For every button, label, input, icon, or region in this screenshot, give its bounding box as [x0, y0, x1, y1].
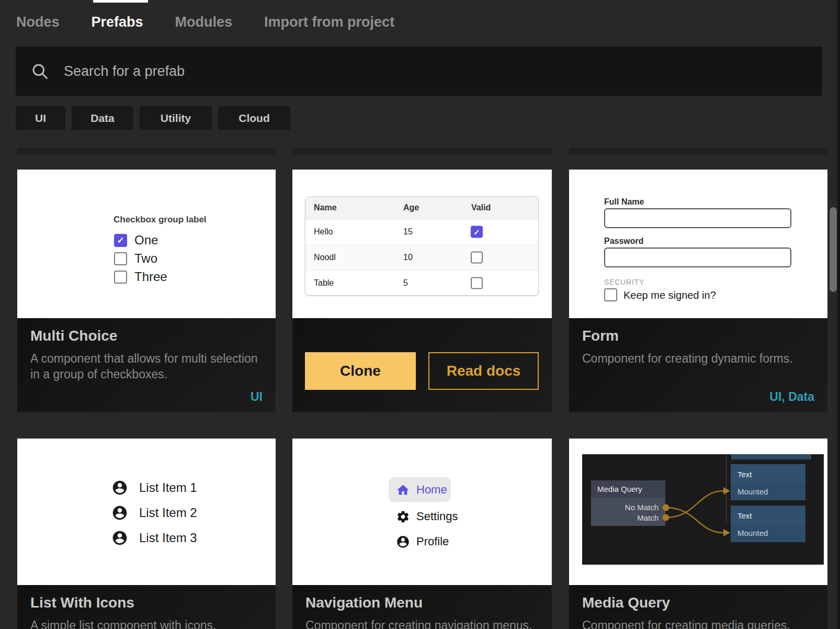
nav-preview: Home Settings Profile	[292, 439, 552, 585]
card-description: A component that allows for multi select…	[30, 351, 260, 382]
card-description: Component for creating dynamic forms.	[582, 351, 812, 366]
filter-chip-data[interactable]: Data	[72, 106, 133, 130]
card-info: List With Icons A simple list component …	[17, 585, 276, 629]
prefab-card-multi-choice[interactable]: Checkbox group label ✓ One Two Three Mul…	[17, 170, 276, 412]
card-description: A simple list component with icons.	[30, 617, 260, 629]
table-header: Age	[403, 203, 419, 212]
search-icon	[30, 62, 49, 81]
multi-choice-preview: Checkbox group label ✓ One Two Three	[17, 170, 276, 318]
table-checkbox[interactable]	[471, 252, 483, 264]
table-cell-name: Hello	[314, 227, 333, 237]
person-icon	[396, 535, 410, 549]
tab-prefabs[interactable]: Prefabs	[92, 14, 143, 30]
preview-table: Name Age Valid Hello 15 ✓ Noodl 10 Table…	[305, 196, 539, 296]
search-bar	[16, 47, 822, 96]
home-icon	[396, 483, 410, 497]
table-row: Table 5	[305, 271, 538, 296]
person-icon	[111, 504, 128, 521]
filter-chip-utility[interactable]: Utility	[140, 106, 212, 130]
list-item-label: List Item 1	[139, 480, 197, 495]
full-name-input[interactable]	[604, 208, 791, 228]
read-docs-button[interactable]: Read docs	[428, 352, 539, 390]
card-remnant	[569, 148, 827, 155]
card-remnant	[292, 148, 552, 155]
prefab-browser: Nodes Prefabs Modules Import from projec…	[0, 0, 840, 629]
node-graph-screenshot: Media Query No Match Match Text Mounted …	[582, 454, 824, 565]
table-preview: Name Age Valid Hello 15 ✓ Noodl 10 Table…	[292, 170, 552, 318]
nav-item-settings[interactable]: Settings	[396, 509, 458, 524]
checkbox-group-label: Checkbox group label	[113, 215, 207, 225]
prefab-card-form[interactable]: Full Name Password SECURITY Keep me sign…	[569, 170, 827, 412]
filter-chips: UI Data Utility Cloud	[16, 106, 290, 130]
person-icon	[111, 530, 128, 546]
panel-right-edge	[837, 0, 840, 629]
clone-button[interactable]: Clone	[305, 352, 416, 390]
checkbox-two[interactable]	[114, 252, 127, 265]
table-header: Valid	[471, 203, 491, 212]
check-icon: ✓	[473, 228, 480, 236]
tab-import-from-project[interactable]: Import from project	[264, 14, 394, 30]
table-cell-age: 5	[403, 278, 408, 288]
prefab-card-list-with-icons[interactable]: List Item 1 List Item 2 List Item 3 List…	[17, 439, 276, 629]
card-info: Multi Choice A component that allows for…	[17, 318, 276, 412]
checkbox-three[interactable]	[114, 271, 127, 284]
table-cell-age: 15	[403, 227, 413, 237]
table-checkbox[interactable]	[471, 277, 483, 289]
filter-chip-ui[interactable]: UI	[16, 106, 65, 130]
form-preview: Full Name Password SECURITY Keep me sign…	[569, 170, 827, 318]
nav-item-label: Home	[416, 483, 447, 497]
nav-item-label: Profile	[416, 535, 449, 548]
field-label-full-name: Full Name	[604, 197, 644, 207]
nav-item-profile[interactable]: Profile	[396, 534, 449, 549]
card-tags: UI	[251, 390, 263, 404]
search-input[interactable]	[63, 63, 822, 80]
prefab-card-navigation-menu[interactable]: Home Settings Profile Navigation Menu Co…	[292, 439, 552, 629]
card-remnant	[17, 148, 276, 155]
card-title: Navigation Menu	[305, 594, 423, 611]
card-info: Media Query Component for creating media…	[569, 585, 827, 629]
media-query-preview: Media Query No Match Match Text Mounted …	[569, 439, 827, 585]
password-input[interactable]	[604, 248, 791, 267]
card-info: Navigation Menu Component for creating n…	[292, 585, 552, 629]
card-description: Component for creating navigation menus.	[305, 617, 536, 629]
prefab-card-table[interactable]: Name Age Valid Hello 15 ✓ Noodl 10 Table…	[292, 170, 552, 412]
list-preview: List Item 1 List Item 2 List Item 3	[17, 439, 276, 585]
card-info: Form Component for creating dynamic form…	[569, 318, 827, 412]
prefab-card-media-query[interactable]: Media Query No Match Match Text Mounted …	[569, 439, 827, 629]
table-header: Name	[314, 203, 337, 212]
card-title: Form	[582, 328, 619, 344]
checkbox-option-label: Two	[134, 251, 157, 266]
checkbox-one[interactable]: ✓	[114, 234, 127, 247]
keep-signed-in-label: Keep me signed in?	[623, 289, 716, 301]
table-row: Noodl 10	[305, 245, 538, 271]
checkbox-option-label: One	[134, 233, 158, 248]
table-header-row: Name Age Valid	[305, 197, 538, 219]
table-cell-name: Table	[314, 278, 334, 288]
tab-bar: Nodes Prefabs Modules Import from projec…	[16, 0, 394, 44]
nav-item-home[interactable]: Home	[396, 482, 447, 498]
field-label-password: Password	[604, 237, 644, 246]
card-description: Component for creating media queries.	[582, 617, 812, 629]
card-tags: UI, Data	[769, 390, 814, 404]
node-wires	[582, 454, 824, 565]
table-cell-age: 10	[403, 253, 413, 262]
table-row: Hello 15 ✓	[305, 219, 538, 245]
list-item-label: List Item 3	[139, 531, 197, 545]
security-section-label: SECURITY	[604, 278, 644, 286]
table-cell-name: Noodl	[314, 253, 336, 262]
card-title: Multi Choice	[30, 328, 117, 344]
nav-item-label: Settings	[416, 510, 458, 523]
card-title: List With Icons	[30, 594, 134, 611]
card-title: Media Query	[582, 594, 670, 611]
card-hover-actions: Clone Read docs	[292, 318, 552, 412]
keep-signed-in-checkbox[interactable]	[604, 288, 617, 301]
check-icon: ✓	[117, 236, 124, 245]
tab-modules[interactable]: Modules	[175, 14, 233, 30]
gear-icon	[396, 510, 410, 524]
filter-chip-cloud[interactable]: Cloud	[218, 106, 290, 130]
vertical-scrollbar-thumb[interactable]	[830, 207, 837, 292]
person-icon	[111, 479, 128, 496]
tab-nodes[interactable]: Nodes	[16, 14, 60, 30]
checkbox-option-label: Three	[134, 269, 167, 284]
table-checkbox[interactable]: ✓	[471, 226, 483, 238]
